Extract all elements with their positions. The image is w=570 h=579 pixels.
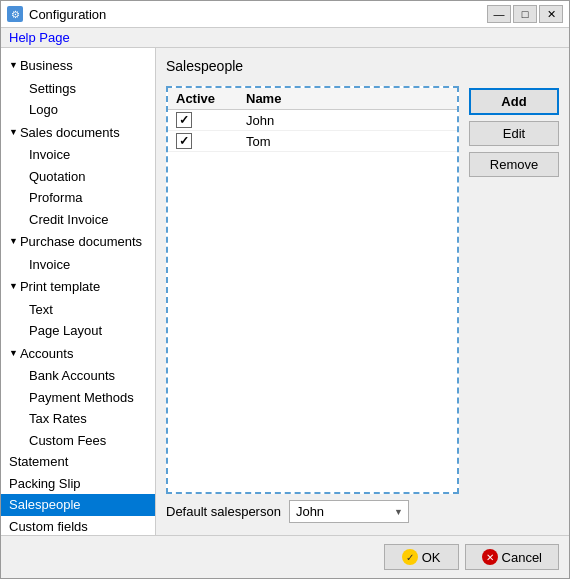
sidebar-item-bank-accounts[interactable]: Bank Accounts xyxy=(1,365,155,387)
table-row[interactable]: Tom xyxy=(168,131,457,152)
expand-icon-business: ▼ xyxy=(9,61,18,70)
help-page-link[interactable]: Help Page xyxy=(9,30,70,45)
column-header-active: Active xyxy=(176,91,226,106)
maximize-button[interactable]: □ xyxy=(513,5,537,23)
cancel-icon: ✕ xyxy=(482,549,498,565)
ok-icon: ✓ xyxy=(402,549,418,565)
title-bar: ⚙ Configuration — □ ✕ xyxy=(1,1,569,28)
salespeople-table-area: Active Name John xyxy=(166,86,459,494)
add-button[interactable]: Add xyxy=(469,88,559,115)
minimize-button[interactable]: — xyxy=(487,5,511,23)
sidebar-group-label-sales: Sales documents xyxy=(20,123,120,143)
sidebar-group-label-business: Business xyxy=(20,56,73,76)
main-panel: Salespeople Active Name xyxy=(156,48,569,535)
cancel-button[interactable]: ✕ Cancel xyxy=(465,544,559,570)
sidebar-group-business[interactable]: ▼ Business xyxy=(1,54,155,78)
window-icon: ⚙ xyxy=(7,6,23,22)
expand-icon-accounts: ▼ xyxy=(9,349,18,358)
default-salesperson-label: Default salesperson xyxy=(166,504,281,519)
table-body: John Tom xyxy=(168,110,457,492)
panel-title: Salespeople xyxy=(166,58,559,74)
right-panel-inner: Active Name John xyxy=(166,86,559,525)
sidebar-item-text[interactable]: Text xyxy=(1,299,155,321)
expand-icon-sales: ▼ xyxy=(9,128,18,137)
sidebar-item-statement[interactable]: Statement xyxy=(1,451,155,473)
window-title: Configuration xyxy=(29,7,481,22)
checkbox-active-john[interactable] xyxy=(176,112,192,128)
sidebar-item-tax-rates[interactable]: Tax Rates xyxy=(1,408,155,430)
action-buttons-col: Add Edit Remove xyxy=(469,86,559,525)
sidebar-item-settings[interactable]: Settings xyxy=(1,78,155,100)
sidebar-item-custom-fields[interactable]: Custom fields xyxy=(1,516,155,536)
expand-icon-purchase: ▼ xyxy=(9,237,18,246)
sidebar-item-page-layout[interactable]: Page Layout xyxy=(1,320,155,342)
cell-active-tom[interactable] xyxy=(176,133,226,149)
sidebar-item-quotation[interactable]: Quotation xyxy=(1,166,155,188)
sidebar-group-purchase[interactable]: ▼ Purchase documents xyxy=(1,230,155,254)
sidebar-item-payment-methods[interactable]: Payment Methods xyxy=(1,387,155,409)
sidebar-group-label-accounts: Accounts xyxy=(20,344,73,364)
sidebar-item-logo[interactable]: Logo xyxy=(1,99,155,121)
sidebar: ▼ Business Settings Logo ▼ Sales documen… xyxy=(1,48,156,535)
window-controls: — □ ✕ xyxy=(487,5,563,23)
sidebar-group-accounts[interactable]: ▼ Accounts xyxy=(1,342,155,366)
checkbox-active-tom[interactable] xyxy=(176,133,192,149)
cell-name-tom: Tom xyxy=(246,134,449,149)
cancel-label: Cancel xyxy=(502,550,542,565)
table-and-buttons: Active Name John xyxy=(166,86,459,525)
table-header: Active Name xyxy=(168,88,457,110)
table-row[interactable]: John xyxy=(168,110,457,131)
edit-button[interactable]: Edit xyxy=(469,121,559,146)
ok-label: OK xyxy=(422,550,441,565)
remove-button[interactable]: Remove xyxy=(469,152,559,177)
expand-icon-print: ▼ xyxy=(9,282,18,291)
sidebar-item-credit-invoice[interactable]: Credit Invoice xyxy=(1,209,155,231)
sidebar-group-print[interactable]: ▼ Print template xyxy=(1,275,155,299)
menu-bar: Help Page xyxy=(1,28,569,48)
close-button[interactable]: ✕ xyxy=(539,5,563,23)
footer: ✓ OK ✕ Cancel xyxy=(1,535,569,578)
sidebar-item-salespeople[interactable]: Salespeople xyxy=(1,494,155,516)
ok-button[interactable]: ✓ OK xyxy=(384,544,459,570)
cell-name-john: John xyxy=(246,113,449,128)
sidebar-group-label-print: Print template xyxy=(20,277,100,297)
default-salesperson-select-wrapper: John Tom xyxy=(289,500,409,523)
default-salesperson-row: Default salesperson John Tom xyxy=(166,494,459,525)
sidebar-item-purchase-invoice[interactable]: Invoice xyxy=(1,254,155,276)
column-header-name: Name xyxy=(246,91,449,106)
default-salesperson-select[interactable]: John Tom xyxy=(289,500,409,523)
content-area: ▼ Business Settings Logo ▼ Sales documen… xyxy=(1,48,569,535)
sidebar-group-label-purchase: Purchase documents xyxy=(20,232,142,252)
configuration-window: ⚙ Configuration — □ ✕ Help Page ▼ Busine… xyxy=(0,0,570,579)
sidebar-item-packing-slip[interactable]: Packing Slip xyxy=(1,473,155,495)
sidebar-item-sales-invoice[interactable]: Invoice xyxy=(1,144,155,166)
sidebar-group-sales[interactable]: ▼ Sales documents xyxy=(1,121,155,145)
cell-active-john[interactable] xyxy=(176,112,226,128)
sidebar-item-custom-fees[interactable]: Custom Fees xyxy=(1,430,155,452)
sidebar-item-proforma[interactable]: Proforma xyxy=(1,187,155,209)
